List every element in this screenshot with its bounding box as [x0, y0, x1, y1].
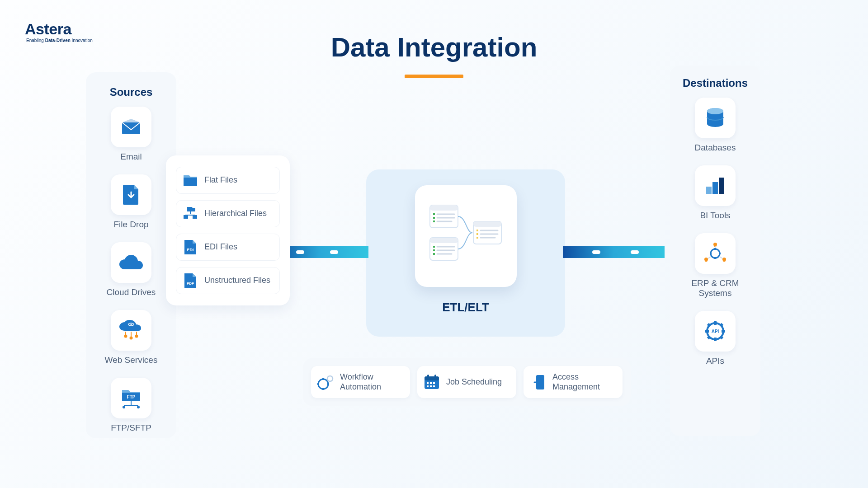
svg-text:API: API [712, 329, 719, 334]
svg-rect-62 [714, 248, 716, 250]
sources-panel: Sources Email File Drop Cloud Drives [86, 72, 176, 438]
destination-label: Databases [679, 143, 751, 153]
brand-logo: Astera [25, 20, 71, 38]
database-icon [705, 107, 725, 129]
etl-diagram-icon [427, 202, 504, 270]
svg-point-67 [704, 258, 708, 261]
source-tile [111, 310, 151, 351]
edi-files-icon: EDI [183, 239, 198, 255]
feature-label: Access Management [552, 372, 615, 392]
svg-rect-50 [430, 382, 432, 384]
svg-rect-28 [433, 246, 435, 248]
svg-text:PDF: PDF [187, 282, 194, 286]
svg-text:EDI: EDI [187, 248, 193, 252]
source-label: File Drop [95, 220, 167, 230]
svg-rect-77 [720, 336, 723, 339]
file-type-item: Hierarchical Files [176, 200, 280, 227]
destination-tile [695, 98, 736, 138]
title-underline [405, 75, 463, 78]
svg-rect-29 [433, 249, 435, 251]
svg-point-68 [722, 258, 726, 261]
flat-files-icon [183, 173, 198, 188]
web-services-icon [118, 320, 144, 341]
svg-point-4 [124, 335, 127, 338]
file-type-label: EDI Files [204, 242, 237, 252]
svg-rect-42 [317, 383, 319, 385]
file-type-item: Flat Files [176, 167, 280, 194]
svg-rect-58 [706, 187, 712, 194]
svg-rect-73 [722, 330, 725, 333]
file-type-label: Flat Files [204, 175, 237, 185]
brand-name: Astera [25, 20, 71, 38]
svg-rect-47 [427, 375, 429, 378]
svg-rect-71 [714, 338, 717, 341]
svg-rect-21 [433, 217, 435, 219]
svg-rect-59 [712, 182, 718, 194]
svg-rect-43 [327, 383, 329, 385]
svg-point-44 [327, 376, 333, 381]
svg-rect-22 [433, 221, 435, 222]
destination-tile [695, 165, 736, 206]
feature-card: Workflow Automation [311, 366, 410, 398]
destinations-panel: Destinations Databases BI Tools [670, 66, 760, 436]
svg-rect-49 [427, 382, 429, 384]
svg-rect-63 [714, 257, 716, 259]
source-label: FTP/SFTP [95, 423, 167, 433]
svg-rect-38 [476, 237, 478, 239]
file-type-label: Unstructured Files [204, 276, 270, 286]
svg-rect-32 [473, 221, 501, 227]
source-label: Cloud Drives [95, 287, 167, 297]
source-tile [111, 242, 151, 283]
svg-point-57 [707, 108, 723, 114]
access-management-icon [529, 373, 547, 391]
svg-point-39 [318, 379, 328, 389]
svg-point-11 [123, 406, 125, 408]
svg-point-7 [131, 324, 132, 325]
workflow-automation-icon [316, 373, 335, 391]
destinations-heading: Destinations [679, 77, 751, 89]
svg-point-6 [135, 335, 138, 338]
svg-point-66 [713, 243, 717, 246]
email-icon [120, 118, 142, 136]
feature-card: Access Management [524, 366, 623, 398]
svg-rect-51 [433, 382, 435, 384]
feature-card: Job Scheduling [417, 366, 516, 398]
svg-rect-76 [707, 336, 711, 339]
destination-tile: API [695, 311, 736, 352]
hierarchical-files-icon [183, 206, 198, 221]
erp-crm-icon [703, 242, 728, 265]
page-title: Data Integration [331, 32, 538, 63]
ftp-icon: FTP [119, 387, 143, 409]
svg-rect-30 [433, 253, 435, 255]
flow-connector-right [563, 246, 665, 258]
feature-label: Job Scheduling [446, 377, 502, 387]
api-icon: API [704, 320, 726, 343]
svg-rect-70 [714, 321, 717, 325]
etl-stage: ETL/ELT [366, 169, 565, 337]
svg-point-12 [137, 406, 140, 408]
svg-rect-52 [427, 385, 429, 387]
source-tile: FTP [111, 378, 151, 418]
svg-rect-64 [710, 253, 712, 254]
svg-rect-16 [430, 205, 458, 211]
destination-tile [695, 233, 736, 274]
file-type-label: Hierarchical Files [204, 209, 267, 219]
svg-rect-60 [719, 178, 724, 194]
svg-rect-65 [719, 253, 721, 254]
destination-label: ERP & CRM Systems [679, 278, 751, 298]
bi-tools-icon [704, 176, 726, 196]
features-row: Workflow Automation Job Scheduling Acces… [303, 358, 631, 406]
svg-rect-46 [425, 376, 439, 380]
svg-rect-36 [476, 230, 478, 231]
svg-rect-24 [430, 238, 458, 243]
unstructured-files-icon: PDF [183, 273, 198, 288]
svg-rect-48 [434, 375, 436, 378]
svg-rect-53 [430, 385, 432, 387]
destination-label: BI Tools [679, 211, 751, 221]
svg-rect-74 [707, 323, 711, 327]
cloud-icon [118, 254, 144, 271]
svg-rect-41 [322, 388, 324, 390]
job-scheduling-icon [423, 373, 441, 391]
svg-rect-54 [433, 385, 435, 387]
source-label: Web Services [95, 355, 167, 365]
